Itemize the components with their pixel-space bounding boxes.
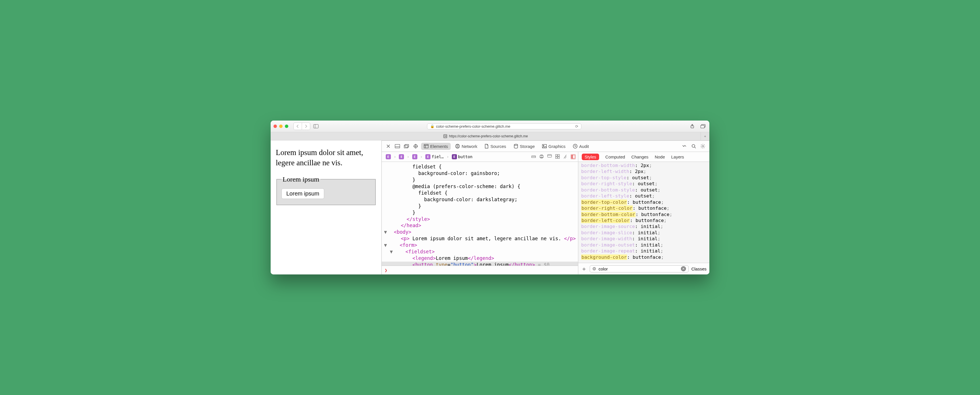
css-rule-row[interactable]: border-right-color: buttonface; [581, 205, 706, 211]
dock-popout-icon[interactable] [403, 142, 410, 150]
css-rule-row[interactable]: border-left-color: buttonface; [581, 217, 706, 223]
tab-changes[interactable]: Changes [631, 154, 648, 159]
tab-network[interactable]: Network [452, 143, 480, 150]
disclosure-triangle-icon[interactable]: ▼ [390, 248, 394, 255]
styles-filter-row: ＋ ✕ Classes [578, 263, 710, 274]
search-icon[interactable] [690, 142, 697, 150]
svg-rect-4 [701, 126, 705, 128]
tab-computed[interactable]: Computed [605, 154, 625, 159]
svg-rect-5 [395, 145, 400, 148]
paint-flashing-icon[interactable] [563, 154, 567, 159]
overflow-icon[interactable] [681, 142, 688, 150]
dom-tree[interactable]: fieldset { background-color: gainsboro; … [382, 162, 578, 266]
tab-storage[interactable]: Storage [511, 143, 538, 150]
css-rule-row[interactable]: background-color: buttonface; [581, 254, 706, 260]
css-rule-row[interactable]: border-image-repeat: initial; [581, 248, 706, 254]
lock-icon: 🔒 [430, 124, 434, 128]
crumb-body[interactable]: E [397, 154, 406, 160]
crumb-fieldset[interactable]: Efiel… [424, 154, 445, 160]
tabs-overview-icon[interactable] [700, 123, 706, 130]
content-split: Lorem ipsum dolor sit amet, legere ancil… [270, 140, 710, 274]
settings-gear-icon[interactable] [699, 142, 706, 150]
chevron-right-icon: › [420, 154, 423, 159]
css-rule-row[interactable]: border-bottom-width: 2px; [581, 162, 706, 169]
selected-dom-node[interactable]: <button type="button">Lorem ipsum</butto… [382, 262, 578, 266]
svg-point-22 [702, 145, 704, 147]
svg-rect-12 [424, 145, 428, 148]
crumb-form[interactable]: E [410, 154, 419, 160]
svg-rect-31 [555, 157, 557, 158]
new-rule-icon[interactable]: ＋ [581, 265, 587, 273]
css-rule-row[interactable]: border-top-style: outset; [581, 175, 706, 181]
classes-toggle[interactable]: Classes [691, 266, 706, 271]
tab-styles[interactable]: Styles [582, 154, 599, 160]
crumb-html[interactable]: E [384, 154, 393, 160]
css-rule-row[interactable]: border-image-outset: initial; [581, 242, 706, 248]
css-rule-row[interactable]: border-bottom-color: buttonface; [581, 212, 706, 217]
close-devtools-icon[interactable] [385, 142, 392, 150]
css-rules-list[interactable]: border-bottom-width: 2px;border-left-wid… [578, 162, 710, 263]
css-rule-row[interactable]: border-left-style: outset; [581, 193, 706, 199]
reload-icon[interactable]: ⟳ [575, 124, 578, 129]
grid-overlay-icon[interactable] [555, 154, 560, 159]
browser-tab[interactable]: C https://color-scheme-prefers-color-sch… [270, 132, 701, 140]
filter-icon [592, 267, 596, 271]
url-text: color-scheme-prefers-color-scheme.glitch… [436, 124, 511, 129]
css-rule-row[interactable]: border-right-style: outset; [581, 181, 706, 187]
back-icon[interactable] [294, 123, 302, 130]
svg-rect-25 [541, 155, 542, 156]
disclosure-triangle-icon[interactable]: ▼ [384, 229, 388, 236]
svg-rect-30 [558, 154, 560, 156]
svg-rect-34 [571, 155, 573, 158]
svg-rect-32 [558, 157, 560, 158]
fullscreen-window-icon[interactable] [285, 124, 288, 128]
tab-audit[interactable]: Audit [570, 143, 592, 150]
tab-graphics[interactable]: Graphics [539, 143, 568, 150]
page-legend: Lorem ipsum [282, 175, 320, 183]
css-rule-row[interactable]: border-image-width: initial; [581, 236, 706, 242]
tab-layers[interactable]: Layers [671, 154, 684, 159]
console-prompt[interactable]: ❯ [382, 266, 578, 274]
svg-rect-8 [404, 145, 408, 148]
chevron-right-icon: › [393, 154, 396, 159]
svg-rect-29 [555, 154, 557, 156]
dock-bottom-icon[interactable] [394, 142, 401, 150]
minimize-window-icon[interactable] [279, 124, 283, 128]
css-rule-row[interactable]: border-image-source: initial; [581, 223, 706, 229]
svg-point-15 [455, 144, 460, 148]
compositing-borders-icon[interactable] [571, 154, 576, 159]
disclosure-triangle-icon[interactable]: ▼ [384, 242, 388, 248]
address-bar[interactable]: 🔒 color-scheme-prefers-color-scheme.glit… [427, 123, 581, 129]
styles-filter-input[interactable]: ✕ [590, 265, 689, 272]
close-window-icon[interactable] [274, 124, 277, 128]
new-tab-button[interactable]: ＋ [701, 132, 710, 140]
svg-rect-24 [540, 156, 543, 158]
crumb-button[interactable]: Ebutton [450, 154, 474, 160]
device-emulation-icon[interactable] [547, 154, 552, 159]
css-rule-row[interactable]: border-image-slice: initial; [581, 230, 706, 236]
styles-panel: Styles Computed Changes Node Layers bord… [578, 152, 710, 274]
css-rule-row[interactable]: border-bottom-style: outset; [581, 187, 706, 193]
page-button[interactable]: Lorem ipsum [282, 188, 324, 199]
svg-rect-27 [547, 154, 552, 157]
inspect-icon[interactable] [412, 142, 419, 150]
devtools: Elements Network Sources Storage Graphic… [382, 140, 710, 274]
tab-elements[interactable]: Elements [421, 143, 451, 150]
filter-text[interactable] [598, 266, 679, 272]
chevron-right-icon: › [406, 154, 410, 159]
css-rule-row[interactable]: border-left-width: 2px; [581, 169, 706, 174]
clear-filter-icon[interactable]: ✕ [681, 266, 686, 271]
css-rule-row[interactable]: border-top-color: buttonface; [581, 199, 706, 205]
elements-panel: E › E › E › Efiel… › Ebutton [382, 152, 578, 274]
rulers-icon[interactable] [531, 154, 536, 159]
share-icon[interactable] [689, 123, 696, 130]
styles-tab-bar: Styles Computed Changes Node Layers [578, 152, 710, 162]
tab-node[interactable]: Node [655, 154, 665, 159]
sidebar-toggle-icon[interactable] [312, 123, 319, 130]
svg-point-19 [573, 144, 577, 148]
tab-sources[interactable]: Sources [482, 143, 509, 150]
svg-point-16 [514, 144, 518, 145]
forward-icon[interactable] [302, 123, 310, 130]
print-emulation-icon[interactable] [539, 154, 544, 159]
svg-rect-0 [313, 124, 318, 128]
